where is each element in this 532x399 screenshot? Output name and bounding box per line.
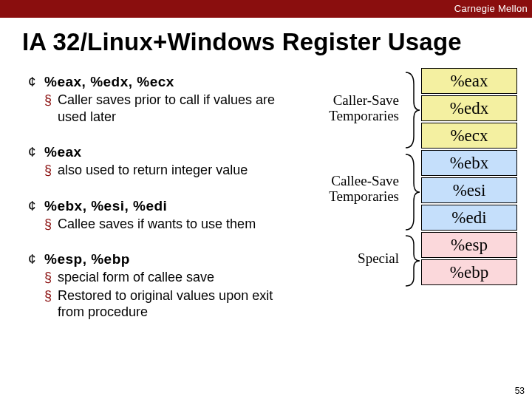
slide-title: IA 32/Linux+Windows Register Usage <box>0 18 532 56</box>
bullet-head: %eax, %edx, %ecx <box>44 74 288 90</box>
reg-edx: %edx <box>421 95 517 121</box>
slide: Carnegie Mellon IA 32/Linux+Windows Regi… <box>0 0 532 399</box>
sub-bullet: also used to return integer value <box>28 162 288 179</box>
label-caller-save: Caller-Save Temporaries <box>318 93 399 124</box>
label-callee-save: Callee-Save Temporaries <box>318 174 399 205</box>
reg-ebp: %ebp <box>421 259 517 285</box>
reg-eax: %eax <box>421 68 517 94</box>
bullet-group: %eax also used to return integer value <box>28 144 288 179</box>
bullet-head: %esp, %ebp <box>44 251 288 267</box>
sub-bullet: Callee saves if wants to use them <box>28 216 288 233</box>
reg-esi: %esi <box>421 177 517 203</box>
bullet-group: %ebx, %esi, %edi Callee saves if wants t… <box>28 198 288 233</box>
reg-edi: %edi <box>421 205 517 231</box>
brace-icon <box>402 151 421 233</box>
sub-bullet: special form of callee save <box>28 269 288 286</box>
reg-esp: %esp <box>421 232 517 258</box>
org-header: Carnegie Mellon <box>0 0 532 18</box>
content-area: %eax, %edx, %ecx Caller saves prior to c… <box>0 56 532 340</box>
diagram-column: Caller-Save Temporaries Callee-Save Temp… <box>288 71 525 340</box>
page-number: 53 <box>515 386 525 396</box>
bullet-group: %eax, %edx, %ecx Caller saves prior to c… <box>28 74 288 125</box>
bullet-head: %eax <box>44 144 288 160</box>
brace-icon <box>402 69 421 151</box>
sub-bullet: Caller saves prior to call if values are… <box>28 92 288 125</box>
bullet-group: %esp, %ebp special form of callee save R… <box>28 251 288 321</box>
reg-ecx: %ecx <box>421 123 517 149</box>
bullet-head: %ebx, %esi, %edi <box>44 198 288 214</box>
sub-bullet: Restored to original values upon exit fr… <box>28 287 288 321</box>
reg-ebx: %ebx <box>421 150 517 176</box>
register-column: %eax %edx %ecx %ebx %esi %edi %esp %ebp <box>421 68 517 287</box>
brace-icon <box>402 233 421 288</box>
text-column: %eax, %edx, %ecx Caller saves prior to c… <box>28 71 288 340</box>
label-special: Special <box>329 251 399 267</box>
